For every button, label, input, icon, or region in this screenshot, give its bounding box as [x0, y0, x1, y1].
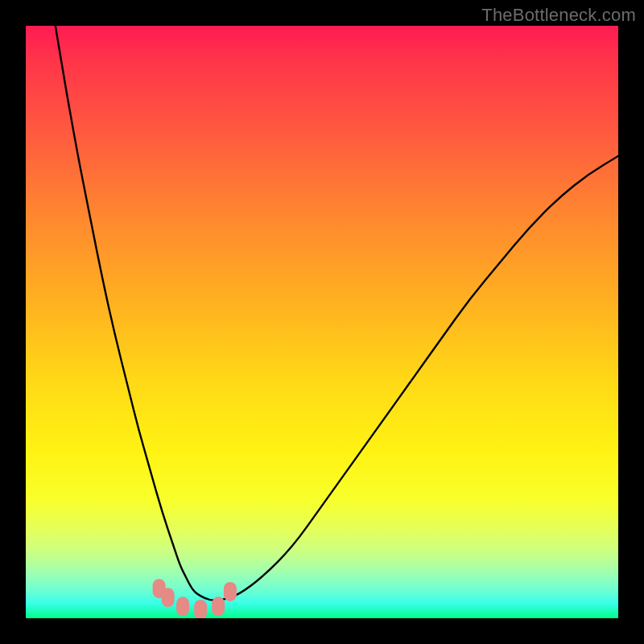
- watermark-text: TheBottleneck.com: [481, 5, 636, 26]
- curve-marker: [224, 582, 237, 601]
- curve-marker: [162, 588, 175, 607]
- curve-marker: [212, 597, 225, 616]
- chart-frame: TheBottleneck.com: [0, 0, 644, 644]
- plot-area: [26, 26, 618, 618]
- bottleneck-curve: [56, 26, 618, 601]
- curve-marker: [176, 597, 189, 616]
- curve-marker: [194, 600, 207, 618]
- curve-layer: [26, 26, 618, 618]
